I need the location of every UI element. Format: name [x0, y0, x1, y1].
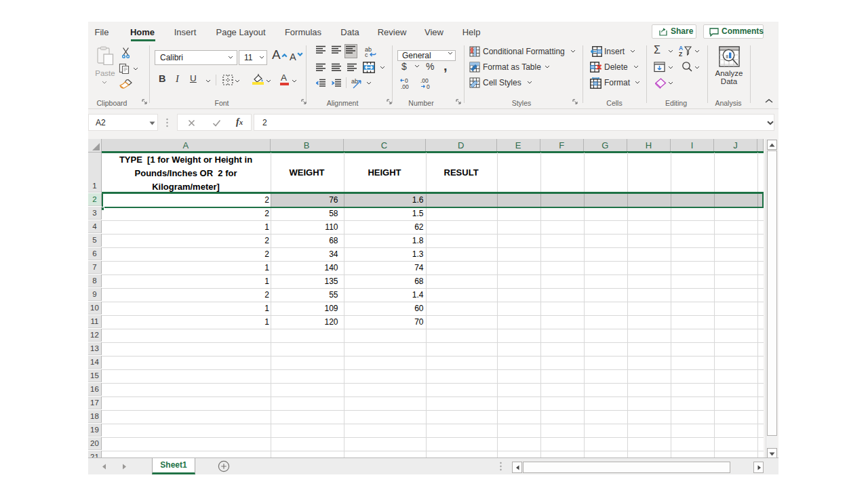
svg-text:ab: ab — [351, 78, 358, 85]
svg-text:.00: .00 — [401, 83, 409, 89]
svg-text:Z: Z — [679, 51, 682, 57]
svg-text:0: 0 — [427, 83, 430, 89]
svg-text:c: c — [365, 52, 368, 58]
